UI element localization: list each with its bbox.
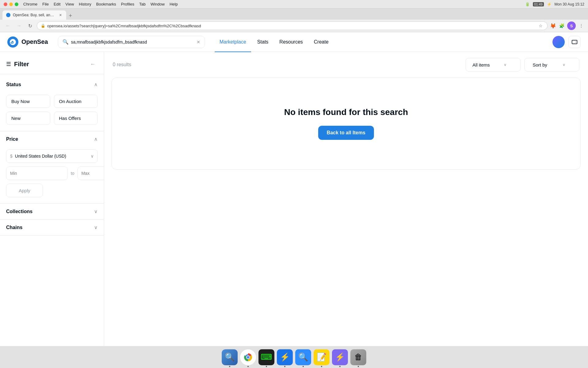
collections-section: Collections ∨ — [0, 204, 104, 220]
sidebar-divider-top — [0, 74, 104, 74]
status-section-header[interactable]: Status ∧ — [0, 77, 104, 92]
tab-favicon — [6, 13, 10, 17]
all-items-dropdown[interactable]: All items ∨ — [466, 58, 521, 71]
status-section-content: Buy Now On Auction New Has Offers — [0, 92, 104, 131]
filter-title-group: ☰ Filter — [6, 61, 29, 68]
nav-resources[interactable]: Resources — [274, 37, 307, 47]
metamask-icon[interactable]: 🦊 — [550, 23, 556, 29]
browser-tab-active[interactable]: OpenSea: Buy, sell, and explor... ✕ — [2, 10, 66, 20]
opensea-logo-icon — [7, 36, 18, 48]
dock-zoom[interactable]: 🔍 — [295, 349, 311, 365]
url-bar[interactable]: 🔒 opensea.io/assets?search[query]=sa%2Cm… — [37, 21, 548, 30]
chains-section-title: Chains — [6, 225, 22, 230]
price-section-title: Price — [6, 136, 18, 142]
dock-terminal[interactable]: ⌨ — [258, 349, 274, 365]
header-right — [552, 36, 581, 48]
extensions-icon[interactable]: 🧩 — [559, 23, 565, 29]
price-section-content: $ United States Dollar (USD) ∨ to Apply — [0, 147, 104, 203]
collapse-sidebar-btn[interactable]: ← — [88, 59, 98, 69]
sort-by-label: Sort by — [530, 62, 550, 67]
bookmark-icon[interactable]: ☆ — [537, 23, 544, 29]
results-count: 0 results — [113, 62, 131, 67]
wifi-icon: ⚡ — [547, 2, 552, 6]
has-offers-btn[interactable]: Has Offers — [54, 112, 98, 125]
on-auction-btn[interactable]: On Auction — [54, 95, 98, 108]
menu-file[interactable]: File — [42, 2, 49, 6]
opensea-logo-text: OpenSea — [21, 38, 48, 45]
nav-create[interactable]: Create — [309, 37, 334, 47]
collections-chevron-icon: ∨ — [94, 209, 98, 214]
status-grid: Buy Now On Auction New Has Offers — [6, 95, 98, 125]
nav-stats[interactable]: Stats — [252, 37, 273, 47]
browser-right-icons: 🦊 🧩 S ⋮ — [550, 21, 584, 30]
back-to-all-items-btn[interactable]: Back to all Items — [318, 126, 374, 140]
forward-btn[interactable]: → — [15, 21, 23, 30]
macos-title-bar: Chrome File Edit View History Bookmarks … — [0, 0, 588, 9]
window-controls[interactable] — [4, 2, 18, 6]
search-clear-btn[interactable]: ✕ — [197, 40, 200, 44]
collections-section-header[interactable]: Collections ∨ — [0, 204, 104, 219]
dock-chrome[interactable] — [240, 349, 256, 365]
close-window-btn[interactable] — [4, 2, 7, 6]
browser-chrome: OpenSea: Buy, sell, and explor... ✕ ＋ ← … — [0, 9, 588, 32]
user-avatar[interactable] — [552, 36, 565, 48]
battery-time: 01:49 — [533, 2, 544, 6]
svg-point-3 — [247, 356, 249, 358]
dock-vscode[interactable]: ⚡ — [277, 349, 293, 365]
sort-by-dropdown[interactable]: Sort by ∨ — [524, 58, 579, 71]
menu-bookmarks[interactable]: Bookmarks — [96, 2, 116, 6]
search-bar[interactable]: 🔍 ✕ — [58, 36, 205, 48]
maximize-window-btn[interactable] — [15, 2, 18, 6]
status-section: Status ∧ Buy Now On Auction New Has Offe… — [0, 77, 104, 131]
dock-trash[interactable]: 🗑 — [350, 349, 366, 365]
dock-dash[interactable]: ⚡ — [332, 349, 348, 365]
filter-sidebar: ☰ Filter ← Status ∧ Buy Now On Auction N… — [0, 52, 104, 368]
all-items-label: All items — [471, 62, 492, 67]
empty-state-text: No items found for this search — [284, 107, 408, 117]
back-btn[interactable]: ← — [4, 21, 12, 30]
new-tab-btn[interactable]: ＋ — [66, 11, 75, 20]
price-section-header[interactable]: Price ∧ — [0, 131, 104, 147]
tab-title: OpenSea: Buy, sell, and explor... — [13, 13, 56, 17]
currency-name: United States Dollar (USD) — [15, 154, 88, 159]
currency-chevron-icon: ∨ — [91, 154, 94, 159]
menu-history[interactable]: History — [79, 2, 91, 6]
menu-chrome[interactable]: Chrome — [23, 2, 37, 6]
results-header: 0 results All items ∨ Sort by ∨ — [111, 58, 581, 71]
reload-btn[interactable]: ↻ — [26, 21, 34, 30]
new-btn[interactable]: New — [6, 112, 50, 125]
wallet-icon[interactable] — [568, 36, 581, 48]
collections-section-title: Collections — [6, 209, 32, 214]
menu-help[interactable]: Help — [170, 2, 178, 6]
dock-notes[interactable]: 📝 — [314, 349, 330, 365]
menu-view[interactable]: View — [66, 2, 74, 6]
opensea-logo[interactable]: OpenSea — [7, 36, 48, 48]
apply-btn[interactable]: Apply — [6, 184, 43, 197]
menu-edit[interactable]: Edit — [54, 2, 60, 6]
min-price-input[interactable] — [6, 167, 68, 180]
max-price-input[interactable] — [77, 167, 104, 180]
filter-icon: ☰ — [6, 61, 11, 67]
clock: Mon 30 Aug 15:12 — [555, 2, 584, 6]
opensea-page: OpenSea 🔍 ✕ Marketplace Stats Resources … — [0, 32, 588, 368]
results-controls: All items ∨ Sort by ∨ — [466, 58, 579, 71]
currency-dropdown[interactable]: $ United States Dollar (USD) ∨ — [6, 149, 98, 163]
chains-section: Chains ∨ — [0, 220, 104, 236]
menu-window[interactable]: Window — [150, 2, 164, 6]
search-icon: 🔍 — [62, 39, 69, 45]
dock-finder[interactable]: 🔍 — [222, 349, 238, 365]
menu-profiles[interactable]: Profiles — [121, 2, 134, 6]
minimize-window-btn[interactable] — [9, 2, 13, 6]
macos-dock: 🔍 ⌨ ⚡ 🔍 📝 ⚡ 🗑 — [0, 346, 588, 368]
lock-icon: 🔒 — [41, 24, 45, 28]
nav-marketplace[interactable]: Marketplace — [215, 37, 251, 47]
buy-now-btn[interactable]: Buy Now — [6, 95, 50, 108]
browser-profile-icon[interactable]: S — [567, 21, 576, 30]
price-section: Price ∧ $ United States Dollar (USD) ∨ t… — [0, 131, 104, 204]
chains-section-header[interactable]: Chains ∨ — [0, 220, 104, 235]
menu-tab[interactable]: Tab — [139, 2, 145, 6]
opensea-svg — [10, 39, 16, 45]
tab-close-btn[interactable]: ✕ — [58, 13, 62, 17]
search-input[interactable] — [71, 40, 194, 44]
browser-menu-icon[interactable]: ⋮ — [578, 23, 584, 29]
